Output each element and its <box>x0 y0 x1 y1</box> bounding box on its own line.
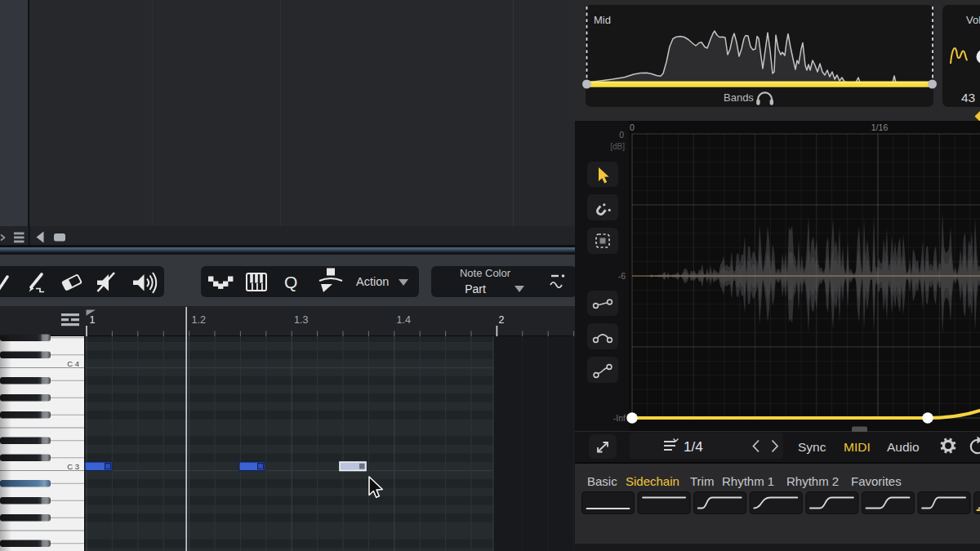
svg-text:Note Color: Note Color <box>460 267 511 279</box>
svg-text:1/4: 1/4 <box>684 439 703 455</box>
svg-text:0: 0 <box>619 130 624 140</box>
svg-text:0: 0 <box>630 122 635 132</box>
svg-text:1.2: 1.2 <box>192 314 206 326</box>
svg-text:43: 43 <box>961 91 975 104</box>
svg-text:Rhythm 1: Rhythm 1 <box>722 474 774 488</box>
svg-text:Sync: Sync <box>798 440 826 454</box>
svg-text:MIDI: MIDI <box>844 440 871 454</box>
svg-text:Rhythm 2: Rhythm 2 <box>786 474 839 488</box>
svg-text:1: 1 <box>90 314 96 326</box>
svg-text:Bands: Bands <box>724 91 754 104</box>
svg-text:-Inf: -Inf <box>613 413 626 423</box>
svg-text:Audio: Audio <box>887 440 920 454</box>
svg-text:Sidechain: Sidechain <box>626 474 679 488</box>
svg-text:C 4: C 4 <box>67 359 79 368</box>
svg-text:2: 2 <box>499 314 505 326</box>
svg-text:1.3: 1.3 <box>294 314 308 326</box>
svg-text:[dB]: [dB] <box>610 142 625 151</box>
svg-text:Q: Q <box>284 273 297 291</box>
svg-text:Action: Action <box>356 275 389 288</box>
svg-text:Volume: Volume <box>966 14 980 26</box>
svg-text:Basic: Basic <box>587 474 617 488</box>
svg-text:1/16: 1/16 <box>871 122 889 132</box>
svg-text:Part: Part <box>465 282 486 295</box>
svg-text:-6: -6 <box>618 271 626 281</box>
svg-text:C 3: C 3 <box>67 462 79 471</box>
svg-text:Trim: Trim <box>690 474 714 488</box>
svg-text:1.4: 1.4 <box>397 314 411 326</box>
svg-text:Mid: Mid <box>594 14 611 26</box>
svg-text:Favorites: Favorites <box>851 474 902 488</box>
